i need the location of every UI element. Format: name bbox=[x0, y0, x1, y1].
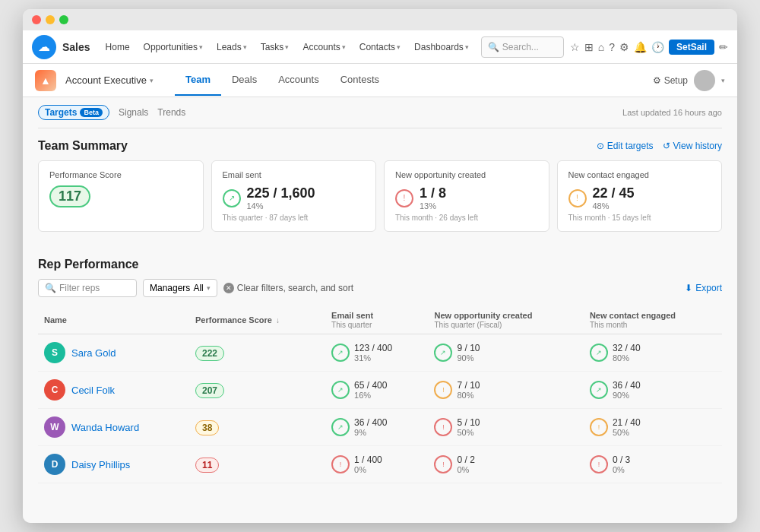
contact-engaged-cell-3: ! 0 / 3 0% bbox=[584, 446, 722, 483]
account-selector[interactable]: Account Executive ▾ bbox=[65, 74, 154, 86]
chevron-down-icon: ▾ bbox=[285, 43, 289, 51]
nav-dashboards-label: Dashboards bbox=[414, 42, 464, 52]
nav-contacts[interactable]: Contacts ▾ bbox=[353, 39, 407, 55]
main-window: ☁ Sales Home Opportunities ▾ Leads ▾ Tas… bbox=[23, 9, 737, 523]
opp-sub: 13% bbox=[420, 201, 446, 211]
nav-tasks-label: Tasks bbox=[261, 42, 284, 52]
perf-score-cell-2: 38 bbox=[189, 409, 325, 446]
opp-val-2: 5 / 10 bbox=[457, 417, 480, 428]
maximize-button[interactable] bbox=[59, 15, 68, 24]
home-icon[interactable]: ⌂ bbox=[598, 41, 604, 53]
opp-val-3: 0 / 2 bbox=[457, 454, 474, 465]
nav-dashboards[interactable]: Dashboards ▾ bbox=[408, 39, 475, 55]
chevron-down-icon: ▾ bbox=[342, 43, 346, 51]
view-history-button[interactable]: ↺ View history bbox=[663, 141, 722, 151]
nav-leads[interactable]: Leads ▾ bbox=[211, 39, 253, 55]
rep-name-1[interactable]: Cecil Folk bbox=[71, 385, 115, 396]
rep-name-cell-3: D Daisy Phillips bbox=[38, 446, 189, 483]
bell-icon[interactable]: 🔔 bbox=[634, 41, 647, 53]
opp-status-icon-0: ↗ bbox=[434, 344, 452, 362]
star-icon[interactable]: ☆ bbox=[570, 41, 580, 53]
progress-icon-opp: ! bbox=[395, 189, 413, 207]
rep-name-cell-0: S Sara Gold bbox=[38, 334, 189, 372]
signals-link[interactable]: Signals bbox=[119, 107, 148, 118]
nav-right: ☆ ⊞ ⌂ ? ⚙ 🔔 🕐 SetSail ✏ bbox=[570, 40, 728, 55]
download-icon: ⬇ bbox=[685, 283, 692, 293]
nav-accounts[interactable]: Accounts ▾ bbox=[296, 39, 351, 55]
contact-status-icon-3: ! bbox=[590, 455, 608, 473]
minimize-button[interactable] bbox=[46, 15, 55, 24]
opp-status-icon-3: ! bbox=[434, 455, 452, 473]
progress-icon-email: ↗ bbox=[223, 189, 241, 207]
metric-title-opp: New opportunity created bbox=[395, 170, 538, 179]
filter-reps-input[interactable]: 🔍 Filter reps bbox=[38, 279, 137, 297]
export-button[interactable]: ⬇ Export bbox=[685, 283, 722, 293]
opp-pct-0: 90% bbox=[457, 353, 480, 363]
grid-icon[interactable]: ⊞ bbox=[584, 41, 594, 53]
export-label: Export bbox=[695, 283, 722, 293]
perf-score-badge-1: 207 bbox=[195, 383, 224, 398]
search-bar[interactable]: 🔍 Search... bbox=[481, 36, 564, 58]
close-button[interactable] bbox=[32, 15, 41, 24]
avatar[interactable] bbox=[694, 70, 715, 91]
chevron-down-icon: ▾ bbox=[199, 43, 203, 51]
email-period: This quarter · 87 days left bbox=[223, 214, 366, 222]
email-val-3: 1 / 400 bbox=[354, 454, 382, 465]
perf-score-badge-2: 38 bbox=[195, 420, 219, 435]
contact-engaged-cell-0: ↗ 32 / 40 80% bbox=[584, 334, 722, 372]
help-icon[interactable]: ? bbox=[609, 41, 615, 53]
setup-button[interactable]: ⚙ Setup bbox=[653, 75, 688, 86]
rep-avatar-1: C bbox=[44, 379, 65, 401]
nav-home[interactable]: Home bbox=[100, 39, 136, 55]
rep-avatar-0: S bbox=[44, 342, 65, 363]
rep-avatar-2: W bbox=[44, 416, 65, 438]
setsail-button[interactable]: SetSail bbox=[669, 40, 714, 55]
rep-name-cell-2: W Wanda Howard bbox=[38, 409, 189, 446]
contact-pct-2: 50% bbox=[613, 428, 641, 437]
nav-opportunities[interactable]: Opportunities ▾ bbox=[138, 39, 209, 55]
sub-nav: ▲ Account Executive ▾ Team Deals Account… bbox=[23, 64, 737, 97]
col-perf-score[interactable]: Performance Score ↓ bbox=[189, 306, 325, 334]
col-email-sent: Email sent This quarter bbox=[325, 306, 428, 334]
perf-score-cell-0: 222 bbox=[189, 334, 325, 372]
manager-select[interactable]: Managers All ▾ bbox=[143, 279, 217, 297]
chevron-down-icon: ▾ bbox=[243, 43, 247, 51]
opp-created-cell-1: ! 7 / 10 80% bbox=[428, 372, 583, 409]
contact-pct-0: 80% bbox=[613, 353, 641, 363]
email-sent-cell-1: ↗ 65 / 400 16% bbox=[325, 372, 428, 409]
edit-targets-button[interactable]: ⊙ Edit targets bbox=[597, 141, 654, 151]
rep-performance-title: Rep Performance bbox=[38, 258, 722, 271]
contact-val-3: 0 / 3 bbox=[613, 454, 630, 465]
rep-name-3[interactable]: Daisy Phillips bbox=[71, 459, 130, 470]
rep-name-2[interactable]: Wanda Howard bbox=[71, 422, 139, 433]
metric-title-email: Email sent bbox=[223, 170, 366, 179]
metric-value-email: ↗ 225 / 1,600 14% bbox=[223, 185, 366, 211]
pencil-icon[interactable]: ✏ bbox=[719, 41, 728, 53]
progress-icon-contact: ! bbox=[568, 189, 587, 207]
tab-contests[interactable]: Contests bbox=[330, 65, 390, 96]
clear-filters-button[interactable]: ✕ Clear filters, search, and sort bbox=[223, 283, 353, 293]
metric-title-perf: Performance Score bbox=[49, 170, 192, 179]
rep-performance-section: Rep Performance 🔍 Filter reps Managers A… bbox=[38, 247, 722, 483]
rep-performance-header: Rep Performance bbox=[38, 247, 722, 279]
tab-team[interactable]: Team bbox=[175, 65, 221, 96]
email-sub: 14% bbox=[247, 201, 315, 211]
table-row: C Cecil Folk 207 ↗ 65 / 400 16% ! 7 / 10… bbox=[38, 372, 722, 409]
rep-table: Name Performance Score ↓ Email sent This… bbox=[38, 306, 722, 483]
trends-link[interactable]: Trends bbox=[157, 107, 185, 118]
perf-score-cell-1: 207 bbox=[189, 372, 325, 409]
opp-val-0: 9 / 10 bbox=[457, 343, 480, 353]
email-pct-1: 16% bbox=[354, 391, 387, 400]
rep-name-0[interactable]: Sara Gold bbox=[71, 347, 116, 359]
chevron-down-icon: ▾ bbox=[397, 43, 401, 51]
opp-period: This month · 26 days left bbox=[395, 214, 538, 222]
col-name: Name bbox=[38, 306, 189, 334]
settings-icon[interactable]: ⚙ bbox=[619, 41, 629, 53]
tab-accounts[interactable]: Accounts bbox=[268, 65, 329, 96]
setsail-logo: ▲ bbox=[35, 70, 56, 91]
email-main-value: 225 / 1,600 bbox=[247, 185, 315, 201]
tab-deals[interactable]: Deals bbox=[221, 65, 268, 96]
nav-tasks[interactable]: Tasks ▾ bbox=[255, 39, 296, 55]
clock-icon[interactable]: 🕐 bbox=[651, 41, 664, 53]
targets-tab[interactable]: Targets Beta bbox=[38, 105, 109, 120]
